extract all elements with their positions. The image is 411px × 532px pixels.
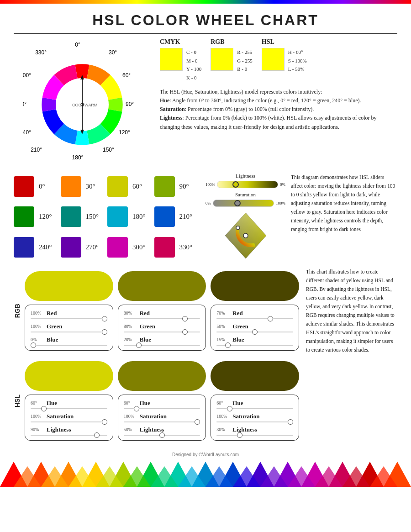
angle-60: 60° <box>122 72 131 79</box>
hsl-shades-inner: 60° Hue 100% Saturation <box>25 361 299 441</box>
rgb-2-green-pct: 80% <box>124 324 137 329</box>
hsl-control-2: 60° Hue 100% Saturation <box>118 395 206 441</box>
hsl-swatch-2 <box>118 361 206 391</box>
hsl-3-hue-pct: 60° <box>216 400 230 406</box>
hsl-1-sat-track <box>31 421 107 422</box>
cmyk-title: CMYK <box>160 38 201 46</box>
hsl-control-3: 60° Hue 100% Saturation <box>211 395 299 441</box>
hsl-l: L - 50% <box>288 65 307 74</box>
rgb-2-blue-track <box>124 345 200 346</box>
angle-300: 300° <box>23 72 31 79</box>
hsl-shades-container: HSL 60° Hue <box>14 361 299 441</box>
rgb-values: R - 255 G - 255 B - 0 <box>237 48 253 74</box>
top-gradient-bar <box>0 0 411 4</box>
hue-label-90: 90° <box>179 183 189 190</box>
shades-section: RGB 100% Red <box>0 263 411 359</box>
hue-label-60: 60° <box>132 183 142 190</box>
hsl-2-sat-thumb[interactable] <box>195 419 200 425</box>
hue-item-330: 330° <box>154 234 199 261</box>
rgb-box: RGB R - 255 G - 255 B - 0 <box>211 38 253 74</box>
hsl-3-hue-thumb[interactable] <box>227 406 232 411</box>
rgb-2-red-thumb[interactable] <box>182 316 188 321</box>
rgb-1-blue-name: Blue <box>47 336 107 343</box>
bottom-triangles <box>0 462 411 487</box>
hue-swatch-90 <box>154 176 175 197</box>
rgb-2-blue-thumb[interactable] <box>136 342 142 348</box>
rgb-content: R - 255 G - 255 B - 0 <box>211 48 253 74</box>
saturation-thumb[interactable] <box>234 200 241 206</box>
angle-180: 180° <box>72 154 84 161</box>
rgb-1-green-track <box>31 332 107 332</box>
rgb-swatch-2 <box>118 271 206 301</box>
rgb-3-blue-row: 15% Blue <box>216 336 293 346</box>
rgb-2-green-thumb[interactable] <box>182 329 188 335</box>
hsl-1-sat-thumb[interactable] <box>102 419 107 425</box>
hsl-swatch-1 <box>25 361 113 391</box>
lightness-left-val: 100% <box>206 182 215 187</box>
hsl-2-hue-thumb[interactable] <box>134 406 139 411</box>
lightness-thumb[interactable] <box>232 181 239 188</box>
hsl-2-hue-row: 60° Hue <box>124 400 200 409</box>
hsl-3-light-track <box>216 435 293 436</box>
angle-30: 30° <box>109 49 117 56</box>
hsl-3-sat-thumb[interactable] <box>288 419 293 425</box>
hue-swatch-180 <box>107 206 128 227</box>
rgb-controls-row: 100% Red 100% Green <box>25 305 299 351</box>
hsl-3-light-thumb[interactable] <box>237 432 242 438</box>
hue-swatch-240 <box>14 237 34 258</box>
rgb-3-green-pct: 50% <box>216 324 230 329</box>
hsl-1-light-track <box>31 435 107 436</box>
cmyk-m: M - 0 <box>186 57 201 65</box>
rgb-3-red-track <box>216 318 293 319</box>
hsl-1-sat-pct: 100% <box>31 414 44 419</box>
rgb-control-1: 100% Red 100% Green <box>25 305 113 351</box>
rgb-swatch-3 <box>211 271 299 301</box>
hue-swatch-150 <box>61 206 81 227</box>
rgb-3-green-thumb[interactable] <box>252 329 258 335</box>
hue-label-210: 210° <box>179 213 193 221</box>
hsl-2-light-thumb[interactable] <box>159 432 165 438</box>
rgb-2-green-row: 80% Green <box>124 323 200 332</box>
hue-item-0: 0° <box>14 173 58 200</box>
rgb-1-blue-thumb[interactable] <box>31 342 36 348</box>
hue-item-270: 270° <box>61 234 105 261</box>
svg-point-7 <box>243 233 248 238</box>
hsl-1-hue-thumb[interactable] <box>41 406 47 411</box>
hue-item-300: 300° <box>107 234 152 261</box>
diagram-section: Lightness 100% 0% Saturation 0% 10 <box>206 173 397 261</box>
hsl-2-hue-pct: 60° <box>124 400 137 406</box>
hue-label-330: 330° <box>179 243 193 251</box>
hsl-spacer <box>306 361 397 441</box>
rgb-2-red-name: Red <box>140 310 200 317</box>
rgb-3-blue-thumb[interactable] <box>225 342 231 348</box>
rgb-3-green-track <box>216 332 293 332</box>
hsl-3-sat-name: Saturation <box>232 413 293 420</box>
cmyk-k: K - 0 <box>186 74 201 82</box>
rgb-shades-section: RGB 100% Red <box>14 268 299 354</box>
hue-item-240: 240° <box>14 234 58 261</box>
rgb-control-2: 80% Red 80% Green <box>118 305 206 351</box>
saturation-slider-demo: Saturation 0% 100% <box>206 192 285 207</box>
hsl-content: H - 60° S - 100% L - 50% <box>262 48 307 74</box>
hue-item-150: 150° <box>61 204 105 231</box>
hue-label-180: 180° <box>132 213 146 221</box>
sat-left-val: 0% <box>206 201 211 205</box>
rgb-1-red-thumb[interactable] <box>102 316 107 321</box>
hsl-1-hue-track <box>31 408 107 409</box>
hue-item-60: 60° <box>107 173 152 200</box>
angle-0: 0° <box>75 42 80 48</box>
mini-wheel-diagram <box>221 211 271 261</box>
color-wheel-svg: COOL WARM 0° 30° 60° 90° 120° 150° 180° … <box>23 38 142 166</box>
hsl-1-hue-name: Hue <box>47 400 107 407</box>
rgb-3-blue-name: Blue <box>232 336 293 343</box>
rgb-2-red-row: 80% Red <box>124 310 200 319</box>
rgb-b: B - 0 <box>237 65 253 74</box>
rgb-3-red-thumb[interactable] <box>268 316 273 321</box>
cmyk-y: Y - 100 <box>186 65 201 74</box>
hsl-swatches-row <box>25 361 299 391</box>
hue-item-210: 210° <box>154 204 199 231</box>
rgb-2-red-track <box>124 318 200 319</box>
lightness-right-val: 0% <box>280 182 285 187</box>
rgb-1-green-thumb[interactable] <box>102 329 107 335</box>
hsl-1-light-thumb[interactable] <box>94 432 100 438</box>
